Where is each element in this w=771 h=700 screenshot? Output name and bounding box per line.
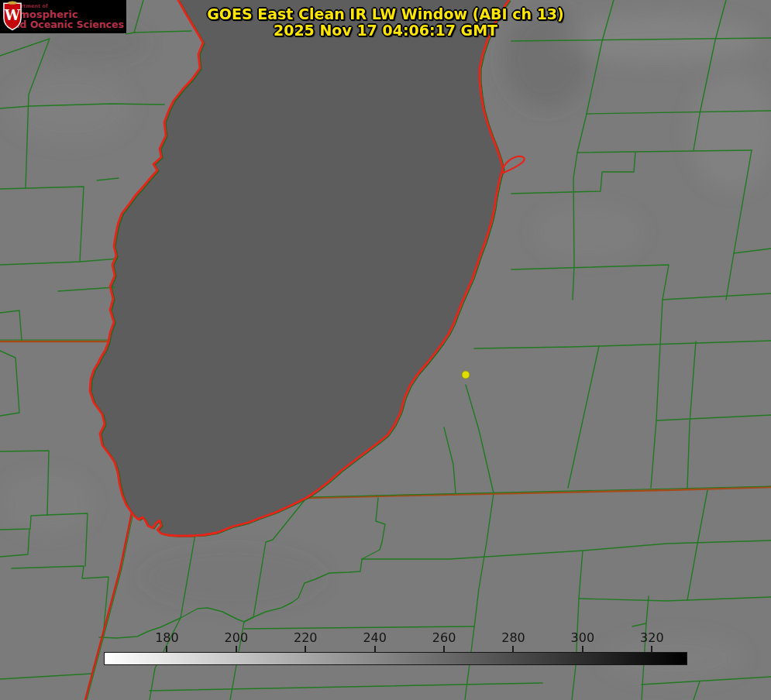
colorbar-tick-label: 300	[571, 630, 595, 645]
colorbar-tick	[512, 646, 514, 653]
colorbar-tick-label: 180	[155, 630, 179, 645]
colorbar-tick	[651, 646, 652, 653]
colorbar-tick	[305, 646, 306, 653]
product-title-line1: GOES East Clean IR LW Window (ABI ch 13)	[0, 6, 771, 22]
colorbar-tick-label: 240	[363, 630, 387, 645]
colorbar-tick-label: 280	[501, 630, 525, 645]
satellite-map	[0, 0, 771, 700]
colorbar: 180200220240260280300320	[104, 652, 687, 665]
colorbar-tick-label: 320	[640, 630, 664, 645]
colorbar-tick	[582, 646, 583, 653]
colorbar-tick	[443, 646, 445, 653]
product-title-line2: 2025 Nov 17 04:06:17 GMT	[0, 22, 771, 39]
colorbar-tick	[236, 646, 237, 653]
goes-satellite-viewer: W Department of Atmospheric and Oceanic …	[0, 0, 771, 700]
city-marker	[462, 371, 470, 379]
colorbar-tick	[374, 646, 376, 653]
colorbar-tick-label: 200	[225, 630, 249, 645]
colorbar-tick-label: 220	[294, 630, 318, 645]
product-title: GOES East Clean IR LW Window (ABI ch 13)…	[0, 6, 771, 39]
colorbar-tick-label: 260	[432, 630, 456, 645]
colorbar-tick	[166, 646, 167, 653]
